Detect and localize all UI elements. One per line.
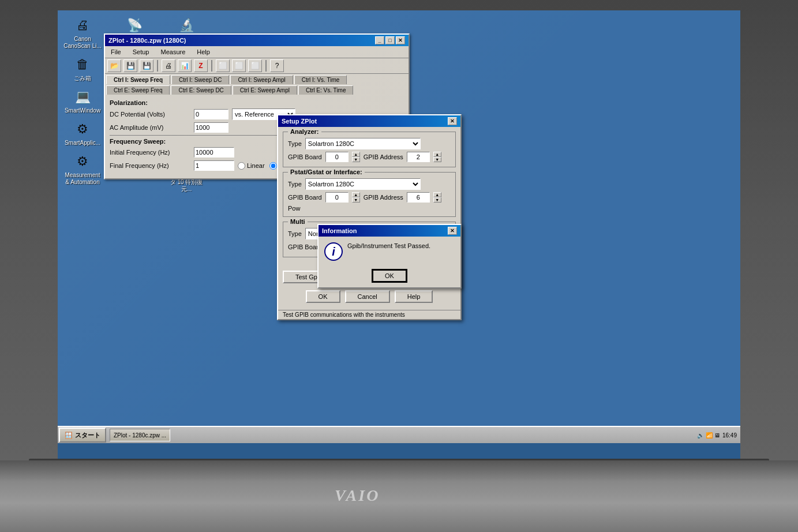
- power-label: Pow: [288, 205, 300, 212]
- setup-help-button[interactable]: Help: [395, 290, 433, 303]
- tab-ctrl-i-vs-time[interactable]: Ctrl I: Vs. Time: [294, 75, 347, 84]
- pstat-group-label: Pstat/Gstat or Interface:: [288, 168, 365, 175]
- analyzer-type-select[interactable]: Solartron 1280C: [305, 138, 421, 149]
- info-dialog-content: i Gpib/Instrument Test Passed.: [319, 237, 460, 267]
- initial-freq-input[interactable]: [194, 147, 234, 158]
- tabs-row-2: Ctrl E: Sweep Freq Ctrl E: Sweep DC Ctrl…: [105, 84, 409, 95]
- info-ok-button[interactable]: OK: [372, 269, 407, 283]
- desktop-icon-measurement[interactable]: ⚙ Measurement & Automation: [62, 152, 103, 193]
- log-radio[interactable]: [269, 162, 277, 170]
- zplot-toolbar: 📂 💾 💾 🖨 📊 Z ⬜ ⬜ ⬜ ?: [105, 58, 409, 74]
- final-freq-input[interactable]: [194, 160, 234, 171]
- analyzer-group-label: Analyzer:: [288, 128, 321, 135]
- gpib-address-spin-a: ▲ ▼: [433, 152, 441, 162]
- final-freq-label: Final Frequency (Hz): [110, 162, 190, 169]
- toolbar-save1[interactable]: 💾: [123, 59, 137, 72]
- taskbar-items: ZPlot - 1280c.zpw ...: [107, 429, 694, 441]
- tab-ctrl-e-sweep-freq[interactable]: Ctrl E: Sweep Freq: [106, 85, 170, 95]
- info-ok-row: OK: [319, 267, 460, 287]
- tray-icons: 🔊 📶 🖥: [697, 432, 720, 439]
- pstat-type-select[interactable]: Solartron 1280C: [305, 178, 421, 190]
- tab-ctrl-i-sweep-dc[interactable]: Ctrl I: Sweep DC: [171, 75, 229, 84]
- desktop-icon-smartwindow[interactable]: 💻 SmartWindow: [62, 88, 103, 114]
- toolbar-save2[interactable]: 💾: [140, 59, 153, 72]
- gpib-board-label-p: GPIB Board: [288, 194, 322, 201]
- linear-radio-label[interactable]: Linear: [238, 162, 265, 170]
- gpib-board-spin-p: ▲ ▼: [352, 192, 360, 203]
- toolbar-print[interactable]: 🖨: [162, 59, 175, 72]
- tab-ctrl-e-sweep-ampl[interactable]: Ctrl E: Sweep Ampl: [233, 85, 297, 95]
- toolbar-sep1: [157, 60, 158, 72]
- close-button[interactable]: ✕: [396, 36, 405, 44]
- desktop-icon-canon[interactable]: 🖨 Canon CanoScan Li...: [62, 16, 103, 50]
- menu-measure[interactable]: Measure: [157, 47, 189, 57]
- setup-dialog-titlebar: Setup ZPlot ✕: [278, 115, 460, 127]
- menu-help[interactable]: Help: [193, 47, 213, 57]
- setup-cancel-button[interactable]: Cancel: [345, 290, 390, 303]
- start-button[interactable]: 🪟 スタート: [59, 428, 106, 443]
- info-close-button[interactable]: ✕: [448, 227, 457, 235]
- gpib-address-input-p[interactable]: [407, 192, 430, 203]
- gpib-address-spin-p: ▲ ▼: [433, 192, 441, 203]
- toolbar-sep3: [265, 60, 267, 72]
- minimize-button[interactable]: _: [375, 36, 384, 44]
- analyzer-type-label: Type: [288, 140, 302, 147]
- maximize-button[interactable]: □: [385, 36, 395, 44]
- toolbar-open[interactable]: 📂: [107, 59, 121, 72]
- info-dialog: Information ✕ i Gpib/Instrument Test Pas…: [317, 224, 462, 289]
- setup-ok-button[interactable]: OK: [306, 290, 340, 303]
- toolbar-tool1[interactable]: ⬜: [216, 59, 230, 72]
- analyzer-gpib-row: GPIB Board ▲ ▼ GPIB Address ▲ ▼: [288, 152, 451, 162]
- taskbar-zplot-btn[interactable]: ZPlot - 1280c.zpw ...: [110, 429, 170, 441]
- toolbar-tool2[interactable]: ⬜: [232, 59, 246, 72]
- taskbar-tray: 🔊 📶 🖥 16:49: [694, 432, 740, 439]
- vaio-logo: VAIO: [335, 486, 380, 505]
- menu-setup[interactable]: Setup: [129, 47, 153, 57]
- tab-ctrl-e-vs-time[interactable]: Ctrl E: Vs. Time: [298, 85, 353, 95]
- toolbar-z[interactable]: Z: [194, 59, 208, 72]
- gpib-address-input-a[interactable]: [407, 152, 430, 162]
- ac-amplitude-input[interactable]: [194, 122, 228, 133]
- zplot-titlebar: ZPlot - 1280c.zpw (1280C) _ □ ✕: [105, 35, 409, 46]
- zplot-menubar: File Setup Measure Help: [105, 46, 409, 58]
- zplot-title: ZPlot - 1280c.zpw (1280C): [108, 37, 186, 44]
- gpib-address-label-a: GPIB Address: [364, 153, 403, 160]
- multi-type-label: Type: [288, 230, 302, 237]
- toolbar-help[interactable]: ?: [270, 59, 284, 72]
- desktop: 🖨 Canon CanoScan Li... 📡 Agilent N9340 P…: [58, 10, 740, 443]
- analyzer-type-row: Type Solartron 1280C: [288, 138, 451, 149]
- gpib-address-up-a[interactable]: ▲: [433, 152, 441, 157]
- gpib-board-input-p[interactable]: [325, 192, 349, 203]
- gpib-board-input-a[interactable]: [325, 152, 349, 162]
- gpib-address-down-a[interactable]: ▼: [433, 157, 441, 162]
- pstat-type-label: Type: [288, 181, 302, 188]
- gpib-board-down-p[interactable]: ▼: [352, 197, 360, 203]
- gpib-board-down-a[interactable]: ▼: [352, 157, 360, 162]
- pstat-gpib-row: GPIB Board ▲ ▼ GPIB Address ▲ ▼: [288, 192, 451, 203]
- polarization-label: Polarization:: [110, 99, 404, 106]
- toolbar-tool3[interactable]: ⬜: [248, 59, 262, 72]
- gpib-address-up-p[interactable]: ▲: [433, 192, 441, 197]
- tab-ctrl-i-sweep-ampl[interactable]: Ctrl I: Sweep Ampl: [230, 75, 293, 84]
- gpib-board-up-a[interactable]: ▲: [352, 152, 360, 157]
- start-icon: 🪟: [65, 432, 73, 439]
- tab-ctrl-e-sweep-dc[interactable]: Ctrl E: Sweep DC: [171, 85, 231, 95]
- laptop-screen: 🖨 Canon CanoScan Li... 📡 Agilent N9340 P…: [58, 10, 740, 460]
- gpib-address-label-p: GPIB Address: [364, 194, 403, 201]
- setup-dialog-title: Setup ZPlot: [282, 118, 317, 125]
- toolbar-chart[interactable]: 📊: [178, 59, 192, 72]
- tab-ctrl-i-sweep-freq[interactable]: Ctrl I: Sweep Freq: [106, 75, 170, 84]
- start-label: スタート: [75, 431, 100, 440]
- taskbar: 🪟 スタート ZPlot - 1280c.zpw ... 🔊 📶 🖥 16:49: [58, 426, 740, 443]
- menu-file[interactable]: File: [107, 47, 125, 57]
- pstat-group: Pstat/Gstat or Interface: Type Solartron…: [283, 172, 456, 217]
- desktop-icon-smartapplic[interactable]: ⚙ SmartApplic...: [62, 120, 103, 147]
- gpib-address-down-p[interactable]: ▼: [433, 197, 441, 203]
- gpib-board-up-p[interactable]: ▲: [352, 192, 360, 197]
- desktop-icon-trash[interactable]: 🗑 ごみ箱: [62, 55, 103, 82]
- info-dialog-title: Information: [322, 227, 357, 234]
- dc-potential-input[interactable]: [194, 109, 228, 119]
- setup-close-button[interactable]: ✕: [448, 117, 457, 125]
- analyzer-group: Analyzer: Type Solartron 1280C GPIB Boar…: [283, 132, 456, 167]
- linear-radio[interactable]: [238, 162, 245, 170]
